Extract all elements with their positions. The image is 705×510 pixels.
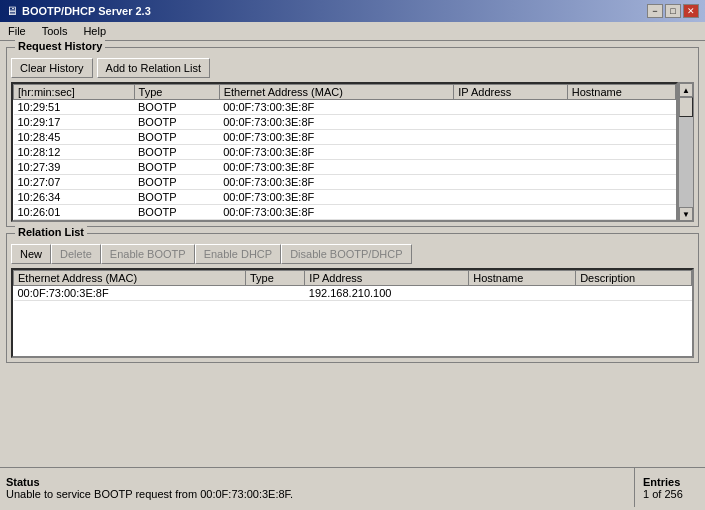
cell-type: BOOTP (134, 130, 219, 145)
history-table: [hr:min:sec] Type Ethernet Address (MAC)… (13, 84, 676, 220)
scroll-up-arrow[interactable]: ▲ (679, 83, 693, 97)
col-type: Type (134, 85, 219, 100)
cell-type: BOOTP (134, 145, 219, 160)
cell-time: 10:27:39 (14, 160, 135, 175)
cell-time: 10:28:12 (14, 145, 135, 160)
entries-value: 1 of 256 (643, 488, 683, 500)
cell-mac: 00:0F:73:00:3E:8F (219, 130, 454, 145)
cell-hostname (567, 190, 675, 205)
status-main: Status Unable to service BOOTP request f… (0, 468, 635, 507)
relation-table-container[interactable]: Ethernet Address (MAC) Type IP Address H… (11, 268, 694, 358)
table-row[interactable]: 00:0F:73:00:3E:8F 192.168.210.100 (14, 286, 692, 301)
relation-list-group: Relation List New Delete Enable BOOTP En… (6, 233, 699, 363)
table-row[interactable]: 10:28:45 BOOTP 00:0F:73:00:3E:8F (14, 130, 676, 145)
scroll-thumb[interactable] (679, 97, 693, 117)
cell-mac: 00:0F:73:00:3E:8F (219, 145, 454, 160)
scroll-track[interactable] (679, 97, 693, 207)
status-bar: Status Unable to service BOOTP request f… (0, 467, 705, 507)
status-label: Status (6, 476, 628, 488)
table-row[interactable]: 10:28:12 BOOTP 00:0F:73:00:3E:8F (14, 145, 676, 160)
cell-mac: 00:0F:73:00:3E:8F (219, 175, 454, 190)
cell-ip (454, 175, 567, 190)
history-scrollbar[interactable]: ▲ ▼ (678, 82, 694, 222)
relation-toolbar: New Delete Enable BOOTP Enable DHCP Disa… (11, 244, 694, 264)
add-to-relation-button[interactable]: Add to Relation List (97, 58, 210, 78)
col-mac: Ethernet Address (MAC) (219, 85, 454, 100)
table-row[interactable]: 10:29:51 BOOTP 00:0F:73:00:3E:8F (14, 100, 676, 115)
cell-mac: 00:0F:73:00:3E:8F (14, 286, 246, 301)
minimize-button[interactable]: − (647, 4, 663, 18)
restore-button[interactable]: □ (665, 4, 681, 18)
cell-type: BOOTP (134, 160, 219, 175)
cell-type: BOOTP (134, 190, 219, 205)
request-history-title: Request History (15, 40, 105, 52)
cell-type: BOOTP (134, 205, 219, 220)
cell-time: 10:27:07 (14, 175, 135, 190)
cell-hostname (567, 100, 675, 115)
disable-bootp-dhcp-button[interactable]: Disable BOOTP/DHCP (281, 244, 411, 264)
cell-ip: 192.168.210.100 (305, 286, 469, 301)
cell-type (245, 286, 304, 301)
table-row[interactable]: 10:26:01 BOOTP 00:0F:73:00:3E:8F (14, 205, 676, 220)
cell-hostname (567, 175, 675, 190)
cell-mac: 00:0F:73:00:3E:8F (219, 160, 454, 175)
cell-time: 10:26:34 (14, 190, 135, 205)
menu-bar: File Tools Help (0, 22, 705, 41)
cell-time: 10:29:17 (14, 115, 135, 130)
cell-mac: 00:0F:73:00:3E:8F (219, 190, 454, 205)
scroll-down-arrow[interactable]: ▼ (679, 207, 693, 221)
col-hostname: Hostname (567, 85, 675, 100)
cell-ip (454, 160, 567, 175)
relation-table: Ethernet Address (MAC) Type IP Address H… (13, 270, 692, 301)
cell-hostname (567, 160, 675, 175)
entries-label: Entries (643, 476, 680, 488)
col-ip: IP Address (454, 85, 567, 100)
clear-history-button[interactable]: Clear History (11, 58, 93, 78)
title-bar: 🖥 BOOTP/DHCP Server 2.3 − □ ✕ (0, 0, 705, 22)
status-entries: Entries 1 of 256 (635, 468, 705, 507)
menu-tools[interactable]: Tools (38, 24, 72, 38)
cell-hostname (567, 115, 675, 130)
relation-list-title: Relation List (15, 226, 87, 238)
cell-type: BOOTP (134, 100, 219, 115)
new-button[interactable]: New (11, 244, 51, 264)
cell-ip (454, 130, 567, 145)
close-button[interactable]: ✕ (683, 4, 699, 18)
request-history-group: Request History Clear History Add to Rel… (6, 47, 699, 227)
cell-ip (454, 100, 567, 115)
table-row[interactable]: 10:27:39 BOOTP 00:0F:73:00:3E:8F (14, 160, 676, 175)
cell-mac: 00:0F:73:00:3E:8F (219, 100, 454, 115)
cell-mac: 00:0F:73:00:3E:8F (219, 115, 454, 130)
cell-ip (454, 115, 567, 130)
table-row[interactable]: 10:27:07 BOOTP 00:0F:73:00:3E:8F (14, 175, 676, 190)
table-row[interactable]: 10:26:34 BOOTP 00:0F:73:00:3E:8F (14, 190, 676, 205)
app-icon: 🖥 (6, 4, 18, 18)
menu-help[interactable]: Help (79, 24, 110, 38)
cell-ip (454, 205, 567, 220)
cell-ip (454, 145, 567, 160)
rel-col-desc: Description (576, 271, 692, 286)
history-table-wrap: [hr:min:sec] Type Ethernet Address (MAC)… (11, 82, 694, 222)
cell-time: 10:26:01 (14, 205, 135, 220)
app-title: BOOTP/DHCP Server 2.3 (22, 5, 151, 17)
request-history-toolbar: Clear History Add to Relation List (11, 58, 694, 78)
rel-col-mac: Ethernet Address (MAC) (14, 271, 246, 286)
col-time: [hr:min:sec] (14, 85, 135, 100)
enable-bootp-button[interactable]: Enable BOOTP (101, 244, 195, 264)
cell-type: BOOTP (134, 115, 219, 130)
cell-mac: 00:0F:73:00:3E:8F (219, 205, 454, 220)
cell-hostname (567, 130, 675, 145)
cell-hostname (567, 205, 675, 220)
delete-button[interactable]: Delete (51, 244, 101, 264)
rel-col-ip: IP Address (305, 271, 469, 286)
cell-type: BOOTP (134, 175, 219, 190)
rel-col-type: Type (245, 271, 304, 286)
enable-dhcp-button[interactable]: Enable DHCP (195, 244, 281, 264)
cell-hostname (469, 286, 576, 301)
cell-description (576, 286, 692, 301)
table-row[interactable]: 10:29:17 BOOTP 00:0F:73:00:3E:8F (14, 115, 676, 130)
menu-file[interactable]: File (4, 24, 30, 38)
cell-hostname (567, 145, 675, 160)
history-table-container[interactable]: [hr:min:sec] Type Ethernet Address (MAC)… (11, 82, 678, 222)
rel-col-hostname: Hostname (469, 271, 576, 286)
